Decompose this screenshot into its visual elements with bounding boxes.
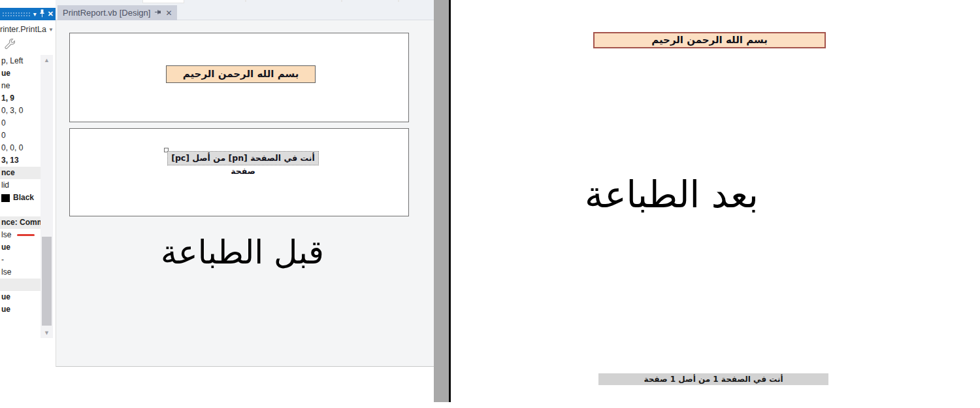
tab-printreport-design[interactable]: PrintReport.vb [Design] ✕ (57, 5, 177, 20)
property-row[interactable]: 0 (0, 117, 41, 129)
report-header-panel[interactable]: بسم الله الرحمن الرحيم (69, 33, 409, 122)
window-chrome-artifact (142, 0, 184, 3)
design-surface[interactable]: بسم الله الرحمن الرحيم أنت في الصفحة [pn… (56, 20, 434, 367)
property-row[interactable]: 0, 3, 0 (0, 105, 41, 117)
properties-titlebar[interactable]: ▾ ✕ (0, 8, 56, 20)
property-row[interactable]: 0, 0, 0 (0, 142, 41, 154)
titlebar-grip (2, 12, 31, 17)
properties-scrollbar[interactable]: ▲ ▼ (41, 55, 53, 338)
property-row[interactable]: nce: Commo (0, 216, 41, 229)
property-row[interactable]: lse (0, 229, 41, 241)
property-row[interactable] (0, 279, 41, 291)
property-row[interactable]: 1, 9 (0, 92, 41, 105)
chevron-down-icon[interactable]: ▾ (33, 11, 37, 18)
property-row[interactable]: ue (0, 241, 41, 254)
properties-panel: ▾ ✕ rinter.PrintLa ▼ p, Leftuene1, 90, 3… (0, 0, 56, 408)
property-value: nce (1, 167, 15, 179)
property-row[interactable]: - (0, 254, 41, 266)
pagenumber-label-design[interactable]: أنت في الصفحة [pn] من أصل [pc] صفحة (167, 151, 319, 165)
property-value: ue (1, 67, 10, 80)
scroll-down-arrow-icon[interactable]: ▼ (41, 328, 53, 338)
property-row[interactable]: ue (0, 67, 41, 80)
property-row[interactable]: Black (0, 192, 41, 204)
property-value: ne (1, 80, 10, 92)
property-value: Black (13, 192, 34, 204)
property-row[interactable]: lse (0, 266, 41, 279)
property-value: lse (1, 229, 11, 241)
wrench-icon[interactable] (4, 40, 15, 51)
property-value: lid (1, 179, 9, 192)
property-row[interactable]: ue (0, 291, 41, 303)
before-print-caption: قبل الطباعة (148, 231, 337, 275)
color-swatch-black (1, 194, 10, 202)
pagenumber-label-preview: أنت في الصفحة 1 من أصل 1 صفحة (598, 373, 828, 385)
scrollbar-thumb[interactable] (42, 237, 52, 326)
bismillah-label-design[interactable]: بسم الله الرحمن الرحيم (166, 65, 316, 83)
preview-gutter (434, 0, 449, 402)
property-row[interactable]: 3, 13 (0, 154, 41, 167)
property-row[interactable]: lid (0, 179, 41, 192)
property-value: 3, 13 (1, 154, 19, 167)
bismillah-label-preview: بسم الله الرحمن الرحيم (593, 32, 826, 48)
property-value: 0, 3, 0 (1, 105, 23, 117)
property-value: 0 (1, 117, 6, 129)
object-selector-combo[interactable]: rinter.PrintLa ▼ (0, 24, 56, 35)
scroll-up-arrow-icon[interactable]: ▲ (41, 55, 53, 65)
property-value: 0, 0, 0 (1, 142, 23, 154)
object-selector-value: rinter.PrintLa (0, 25, 46, 34)
property-value: ue (1, 241, 10, 254)
chevron-down-icon: ▼ (48, 27, 56, 33)
property-row[interactable]: nce (0, 167, 41, 179)
close-icon[interactable]: ✕ (48, 10, 54, 18)
property-row[interactable]: p, Left (0, 55, 41, 67)
property-row[interactable]: 0 (0, 129, 41, 142)
ide-screen: ▾ ✕ rinter.PrintLa ▼ p, Leftuene1, 90, 3… (0, 0, 980, 408)
property-value: - (1, 254, 4, 266)
property-row[interactable]: ue (0, 303, 41, 316)
property-row[interactable]: ne (0, 80, 41, 92)
window-chrome-artifact (341, 0, 342, 2)
property-row[interactable] (0, 204, 41, 216)
pin-icon[interactable] (39, 8, 45, 20)
property-value: ue (1, 291, 10, 303)
window-chrome-artifact (398, 0, 399, 2)
document-tab-well: PrintReport.vb [Design] ✕ (56, 0, 434, 20)
print-preview-page: بسم الله الرحمن الرحيم بعد الطباعة أنت ف… (449, 0, 980, 402)
property-value: 1, 9 (1, 92, 14, 105)
red-line-swatch (17, 234, 35, 236)
tab-pin-icon[interactable] (155, 8, 161, 18)
properties-grid: p, Leftuene1, 90, 3, 0000, 0, 03, 13ncel… (0, 55, 41, 316)
property-value: p, Left (1, 55, 23, 67)
properties-toolbar (4, 38, 15, 52)
tab-close-icon[interactable]: ✕ (165, 9, 172, 17)
tab-label: PrintReport.vb [Design] (63, 8, 150, 18)
report-footer-panel[interactable]: أنت في الصفحة [pn] من أصل [pc] صفحة (69, 128, 409, 216)
property-value: 0 (1, 129, 6, 142)
property-value: lse (1, 266, 11, 279)
after-print-caption: بعد الطباعة (570, 171, 773, 219)
window-chrome-artifact (245, 0, 246, 2)
property-value: ue (1, 303, 10, 316)
